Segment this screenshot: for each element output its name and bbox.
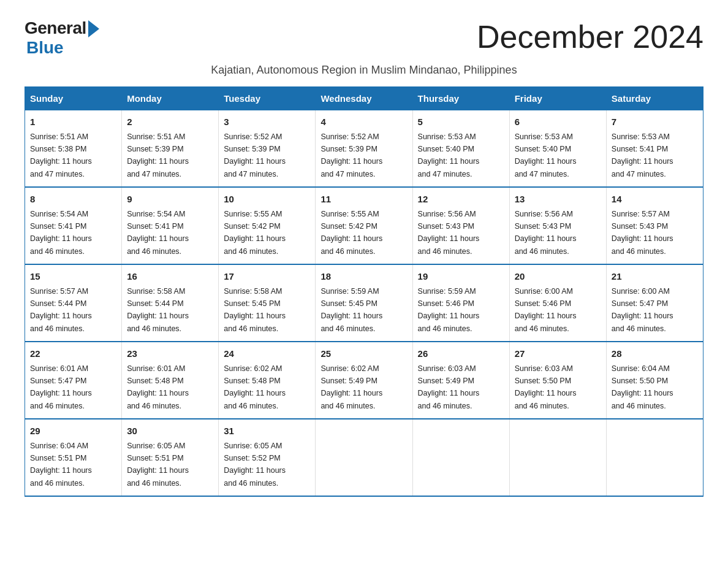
day-number: 25 [320, 347, 407, 361]
calendar-week-row: 29Sunrise: 6:04 AMSunset: 5:51 PMDayligh… [25, 419, 703, 496]
calendar-cell: 6Sunrise: 5:53 AMSunset: 5:40 PMDaylight… [509, 110, 606, 188]
day-info: Sunrise: 6:04 AMSunset: 5:50 PMDaylight:… [612, 364, 673, 410]
logo-blue-text: Blue [26, 38, 64, 58]
day-info: Sunrise: 6:01 AMSunset: 5:48 PMDaylight:… [127, 364, 189, 410]
calendar-cell: 20Sunrise: 6:00 AMSunset: 5:46 PMDayligh… [509, 264, 606, 342]
calendar-cell: 27Sunrise: 6:03 AMSunset: 5:50 PMDayligh… [509, 342, 606, 419]
day-number: 29 [30, 424, 116, 439]
calendar-cell [316, 419, 412, 496]
header-monday: Monday [122, 87, 219, 110]
day-number: 19 [418, 270, 504, 284]
calendar-table: SundayMondayTuesdayWednesdayThursdayFrid… [25, 86, 703, 497]
day-info: Sunrise: 6:03 AMSunset: 5:50 PMDaylight:… [515, 364, 577, 410]
day-info: Sunrise: 5:56 AMSunset: 5:43 PMDaylight:… [515, 210, 577, 256]
logo-general-text: General [25, 18, 86, 38]
day-number: 1 [30, 115, 116, 129]
day-number: 10 [224, 193, 310, 207]
calendar-cell: 24Sunrise: 6:02 AMSunset: 5:48 PMDayligh… [219, 342, 316, 419]
day-number: 30 [127, 424, 213, 439]
calendar-cell: 8Sunrise: 5:54 AMSunset: 5:41 PMDaylight… [25, 187, 122, 264]
day-info: Sunrise: 5:52 AMSunset: 5:39 PMDaylight:… [224, 132, 286, 178]
day-info: Sunrise: 5:56 AMSunset: 5:43 PMDaylight:… [418, 210, 480, 256]
calendar-cell: 28Sunrise: 6:04 AMSunset: 5:50 PMDayligh… [606, 342, 703, 419]
calendar-cell: 15Sunrise: 5:57 AMSunset: 5:44 PMDayligh… [25, 264, 122, 342]
day-number: 17 [224, 270, 310, 284]
day-info: Sunrise: 5:51 AMSunset: 5:38 PMDaylight:… [30, 132, 92, 178]
header-wednesday: Wednesday [316, 87, 412, 110]
day-info: Sunrise: 5:55 AMSunset: 5:42 PMDaylight:… [224, 210, 286, 256]
day-number: 28 [612, 347, 698, 361]
day-number: 6 [515, 115, 601, 129]
day-info: Sunrise: 5:55 AMSunset: 5:42 PMDaylight:… [320, 210, 382, 256]
day-info: Sunrise: 5:53 AMSunset: 5:40 PMDaylight:… [515, 132, 577, 178]
calendar-cell: 17Sunrise: 5:58 AMSunset: 5:45 PMDayligh… [219, 264, 316, 342]
day-number: 15 [30, 270, 116, 284]
day-number: 3 [224, 115, 310, 129]
day-number: 20 [515, 270, 601, 284]
calendar-cell: 22Sunrise: 6:01 AMSunset: 5:47 PMDayligh… [25, 342, 122, 419]
calendar-cell: 19Sunrise: 5:59 AMSunset: 5:46 PMDayligh… [412, 264, 509, 342]
calendar-cell: 1Sunrise: 5:51 AMSunset: 5:38 PMDaylight… [25, 110, 122, 188]
calendar-cell: 5Sunrise: 5:53 AMSunset: 5:40 PMDaylight… [412, 110, 509, 188]
day-number: 21 [612, 270, 698, 284]
day-info: Sunrise: 5:58 AMSunset: 5:45 PMDaylight:… [224, 287, 286, 333]
day-info: Sunrise: 5:54 AMSunset: 5:41 PMDaylight:… [127, 210, 189, 256]
calendar-cell: 3Sunrise: 5:52 AMSunset: 5:39 PMDaylight… [219, 110, 316, 188]
day-number: 12 [418, 193, 504, 207]
day-info: Sunrise: 6:05 AMSunset: 5:52 PMDaylight:… [224, 442, 286, 488]
calendar-cell: 12Sunrise: 5:56 AMSunset: 5:43 PMDayligh… [412, 187, 509, 264]
day-info: Sunrise: 5:54 AMSunset: 5:41 PMDaylight:… [30, 210, 92, 256]
day-number: 9 [127, 193, 213, 207]
calendar-cell: 14Sunrise: 5:57 AMSunset: 5:43 PMDayligh… [606, 187, 703, 264]
calendar-cell: 4Sunrise: 5:52 AMSunset: 5:39 PMDaylight… [316, 110, 412, 188]
day-number: 5 [418, 115, 504, 129]
calendar-cell: 16Sunrise: 5:58 AMSunset: 5:44 PMDayligh… [122, 264, 219, 342]
calendar-cell: 9Sunrise: 5:54 AMSunset: 5:41 PMDaylight… [122, 187, 219, 264]
day-number: 26 [418, 347, 504, 361]
day-number: 18 [320, 270, 407, 284]
day-info: Sunrise: 6:00 AMSunset: 5:47 PMDaylight:… [612, 287, 673, 333]
day-info: Sunrise: 5:59 AMSunset: 5:46 PMDaylight:… [418, 287, 480, 333]
calendar-cell: 29Sunrise: 6:04 AMSunset: 5:51 PMDayligh… [25, 419, 122, 496]
day-number: 14 [612, 193, 698, 207]
calendar-cell: 2Sunrise: 5:51 AMSunset: 5:39 PMDaylight… [122, 110, 219, 188]
day-number: 31 [224, 424, 310, 439]
day-number: 27 [515, 347, 601, 361]
subtitle: Kajatian, Autonomous Region in Muslim Mi… [25, 64, 703, 77]
calendar-cell: 10Sunrise: 5:55 AMSunset: 5:42 PMDayligh… [219, 187, 316, 264]
day-info: Sunrise: 5:53 AMSunset: 5:40 PMDaylight:… [418, 132, 480, 178]
day-info: Sunrise: 6:00 AMSunset: 5:46 PMDaylight:… [515, 287, 577, 333]
day-number: 24 [224, 347, 310, 361]
calendar-cell [412, 419, 509, 496]
calendar-cell: 25Sunrise: 6:02 AMSunset: 5:49 PMDayligh… [316, 342, 412, 419]
logo-arrow-icon [88, 20, 99, 37]
day-info: Sunrise: 6:05 AMSunset: 5:51 PMDaylight:… [127, 442, 189, 488]
page-title: December 2024 [477, 18, 703, 55]
calendar-cell [606, 419, 703, 496]
calendar-week-row: 8Sunrise: 5:54 AMSunset: 5:41 PMDaylight… [25, 187, 703, 264]
day-number: 7 [612, 115, 698, 129]
day-info: Sunrise: 5:52 AMSunset: 5:39 PMDaylight:… [320, 132, 382, 178]
day-info: Sunrise: 6:01 AMSunset: 5:47 PMDaylight:… [30, 364, 92, 410]
day-number: 2 [127, 115, 213, 129]
day-number: 4 [320, 115, 407, 129]
calendar-cell: 31Sunrise: 6:05 AMSunset: 5:52 PMDayligh… [219, 419, 316, 496]
day-info: Sunrise: 6:02 AMSunset: 5:49 PMDaylight:… [320, 364, 382, 410]
day-info: Sunrise: 5:59 AMSunset: 5:45 PMDaylight:… [320, 287, 382, 333]
calendar-cell: 23Sunrise: 6:01 AMSunset: 5:48 PMDayligh… [122, 342, 219, 419]
calendar-week-row: 1Sunrise: 5:51 AMSunset: 5:38 PMDaylight… [25, 110, 703, 188]
header-thursday: Thursday [412, 87, 509, 110]
calendar-cell [509, 419, 606, 496]
day-number: 13 [515, 193, 601, 207]
calendar-cell: 7Sunrise: 5:53 AMSunset: 5:41 PMDaylight… [606, 110, 703, 188]
header-sunday: Sunday [25, 87, 122, 110]
calendar-cell: 26Sunrise: 6:03 AMSunset: 5:49 PMDayligh… [412, 342, 509, 419]
day-info: Sunrise: 5:58 AMSunset: 5:44 PMDaylight:… [127, 287, 189, 333]
calendar-week-row: 15Sunrise: 5:57 AMSunset: 5:44 PMDayligh… [25, 264, 703, 342]
day-number: 22 [30, 347, 116, 361]
day-info: Sunrise: 5:51 AMSunset: 5:39 PMDaylight:… [127, 132, 189, 178]
day-number: 23 [127, 347, 213, 361]
calendar-cell: 30Sunrise: 6:05 AMSunset: 5:51 PMDayligh… [122, 419, 219, 496]
day-number: 8 [30, 193, 116, 207]
header: General Blue December 2024 [25, 18, 703, 58]
